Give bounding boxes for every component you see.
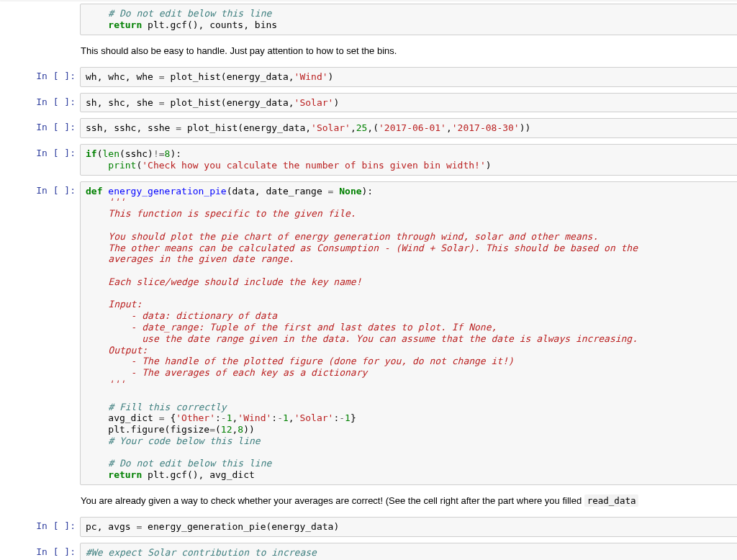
code-builtin: print: [108, 160, 136, 171]
code-string: 'Wind': [294, 71, 328, 82]
code-text: (: [215, 424, 221, 435]
code-keyword: if: [86, 148, 97, 159]
code-cell-0[interactable]: # Do not edit below this line return plt…: [11, 1, 737, 37]
code-text: ): [486, 160, 492, 171]
code-text: )): [243, 424, 255, 435]
code-cell-7[interactable]: In [ ]: #We expect Solar contribution to…: [11, 541, 737, 560]
prompt-7: In [ ]:: [11, 543, 80, 558]
code-docstring: ''': [86, 379, 125, 389]
code-text: ,: [351, 122, 356, 133]
code-text: ): [333, 97, 339, 108]
code-text: (sshc): [119, 148, 153, 159]
code-string: 'Solar': [311, 122, 351, 133]
code-input-0[interactable]: # Do not edit below this line return plt…: [80, 4, 737, 35]
code-docstring: Input:: [86, 299, 142, 310]
code-input-6[interactable]: pc, avgs = energy_generation_pie(energy_…: [80, 517, 737, 537]
code-string: 'Check how you calculate the number of b…: [142, 160, 485, 171]
code-string: 'Solar': [294, 412, 334, 423]
code-text: plot_hist(energy_data,: [181, 122, 311, 133]
code-input-3[interactable]: ssh, sshc, sshe = plot_hist(energy_data,…: [80, 118, 737, 138]
code-text: :: [215, 412, 221, 423]
code-comment: # Do not edit below this line: [86, 8, 271, 19]
markdown-text: You are already given a way to check whe…: [81, 495, 584, 506]
code-text: avg_dict: [86, 412, 159, 423]
code-docstring: - The averages of each key as a dictiona…: [86, 367, 367, 378]
code-keyword: None: [339, 186, 361, 197]
code-string: 'Wind': [238, 412, 271, 423]
code-cell-6[interactable]: In [ ]: pc, avgs = energy_generation_pie…: [11, 515, 737, 539]
code-op: -: [221, 412, 227, 423]
code-comment: # Your code below this line: [86, 435, 261, 446]
prompt-1: In [ ]:: [11, 67, 80, 82]
prompt-4: In [ ]:: [11, 144, 80, 159]
code-text: plt.figure(figsize: [86, 424, 209, 435]
code-text: plt.gcf(), avg_dict: [142, 469, 255, 480]
markdown-cell-2[interactable]: You are already given a way to check whe…: [11, 489, 737, 513]
code-keyword: return: [86, 469, 142, 480]
code-op: -: [277, 412, 283, 423]
code-input-2[interactable]: sh, shc, she = plot_hist(energy_data,'So…: [80, 93, 737, 113]
code-op: -: [339, 412, 345, 423]
code-input-7[interactable]: #We expect Solar contribution to increas…: [80, 543, 737, 560]
code-string: '2017-08-30': [452, 122, 520, 133]
code-docstring: This function is specific to the given f…: [86, 208, 356, 219]
code-string: 'Solar': [294, 97, 334, 108]
code-text: plot_hist(energy_data,: [165, 97, 294, 108]
code-op: =: [159, 71, 165, 82]
code-text: wh, whc, whe: [86, 71, 159, 82]
code-comment: # Do not edit below this line: [86, 458, 271, 469]
code-keyword: def: [86, 186, 102, 197]
code-string: '2017-06-01': [379, 122, 446, 133]
code-text: ): [328, 71, 334, 82]
code-docstring: Output:: [86, 345, 148, 356]
code-cell-3[interactable]: In [ ]: ssh, sshc, sshe = plot_hist(ener…: [11, 116, 737, 140]
code-input-1[interactable]: wh, whc, whe = plot_hist(energy_data,'Wi…: [80, 67, 737, 87]
code-comment: #We expect Solar contribution to increas…: [86, 547, 317, 558]
code-number: 1: [283, 412, 289, 423]
code-text: )): [520, 122, 531, 133]
code-op: =: [176, 122, 181, 133]
markdown-body: This should also be easy to handle. Just…: [76, 43, 737, 59]
code-text: plt.gcf(), counts, bins: [142, 19, 277, 30]
code-op: =: [159, 97, 165, 108]
code-text: {: [165, 412, 176, 423]
code-docstring: Each slice/wedge should include the key …: [86, 276, 362, 287]
code-number: 8: [238, 424, 243, 435]
prompt-2: In [ ]:: [11, 93, 80, 108]
prompt-3: In [ ]:: [11, 118, 80, 133]
code-input-4[interactable]: if(len(sshc)!=8): print('Check how you c…: [80, 144, 737, 176]
code-text: ,: [446, 122, 452, 133]
code-text: }: [351, 412, 356, 423]
code-text: ssh, sshc, sshe: [86, 122, 176, 133]
code-indent: [86, 160, 108, 171]
prompt-spacer: [11, 43, 76, 59]
code-text: ,(: [367, 122, 379, 133]
code-docstring: [86, 288, 108, 299]
code-op: !=: [153, 148, 165, 159]
code-text: plot_hist(energy_data,: [165, 71, 294, 82]
inline-code: read_data: [584, 494, 639, 507]
code-cell-1[interactable]: In [ ]: wh, whc, whe = plot_hist(energy_…: [11, 65, 737, 89]
code-cell-5[interactable]: In [ ]: def energy_generation_pie(data, …: [11, 179, 737, 487]
code-keyword: return: [86, 19, 142, 30]
code-docstring: - The handle of the plotted figure (done…: [86, 356, 514, 366]
code-text: ):: [170, 148, 181, 159]
code-text: (data, date_range: [227, 186, 328, 197]
code-op: =: [159, 412, 165, 423]
code-docstring: [86, 265, 108, 276]
markdown-body: You are already given a way to check whe…: [76, 493, 737, 509]
code-text: :: [271, 412, 277, 423]
code-docstring: ''': [86, 197, 125, 207]
code-docstring: [86, 220, 108, 230]
markdown-cell-1[interactable]: This should also be easy to handle. Just…: [11, 39, 737, 63]
code-function-name: energy_generation_pie: [108, 186, 226, 197]
notebook-page: # Do not edit below this line return plt…: [0, 1, 737, 560]
code-input-5[interactable]: def energy_generation_pie(data, date_ran…: [80, 181, 737, 485]
code-cell-2[interactable]: In [ ]: sh, shc, she = plot_hist(energy_…: [11, 91, 737, 115]
code-number: 12: [221, 424, 232, 435]
code-comment: # Fill this correctly: [86, 402, 227, 412]
code-number: 25: [356, 122, 368, 133]
code-cell-4[interactable]: In [ ]: if(len(sshc)!=8): print('Check h…: [11, 142, 737, 178]
code-number: 1: [345, 412, 351, 423]
code-string: 'Other': [176, 412, 215, 423]
